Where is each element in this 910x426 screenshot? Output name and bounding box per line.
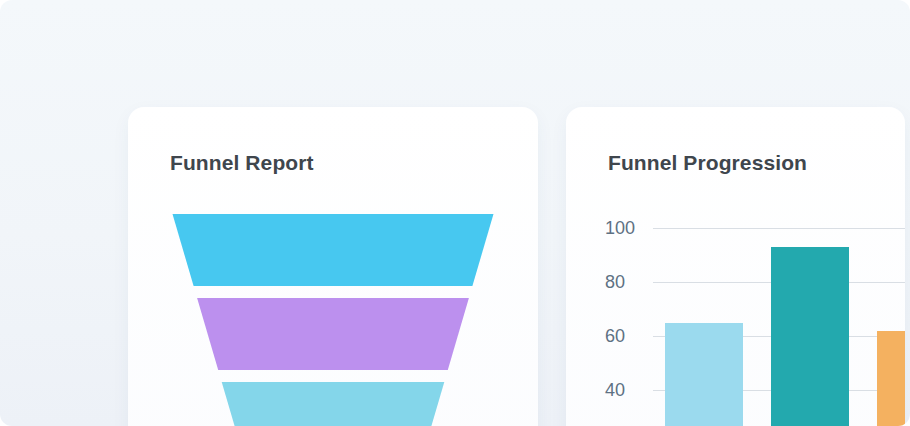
- bar-2: [771, 247, 849, 426]
- y-tick-label-80: 80: [605, 272, 645, 292]
- funnel-progression-card: Funnel Progression 406080100: [566, 107, 905, 426]
- y-tick-label-40: 40: [605, 380, 645, 400]
- bar-1: [665, 323, 743, 426]
- funnel-chart: [128, 107, 538, 426]
- dashboard-background: Funnel Report Funnel Progression 4060801…: [0, 0, 910, 426]
- y-tick-label-100: 100: [605, 218, 645, 238]
- y-tick-label-60: 60: [605, 326, 645, 346]
- funnel-segment-3: [222, 382, 445, 426]
- funnel-progression-chart: 406080100: [566, 107, 905, 426]
- gridline-100: [653, 228, 905, 229]
- funnel-segment-2: [197, 298, 469, 370]
- funnel-segment-1: [173, 214, 494, 286]
- funnel-report-card: Funnel Report: [128, 107, 538, 426]
- bar-3: [877, 331, 905, 426]
